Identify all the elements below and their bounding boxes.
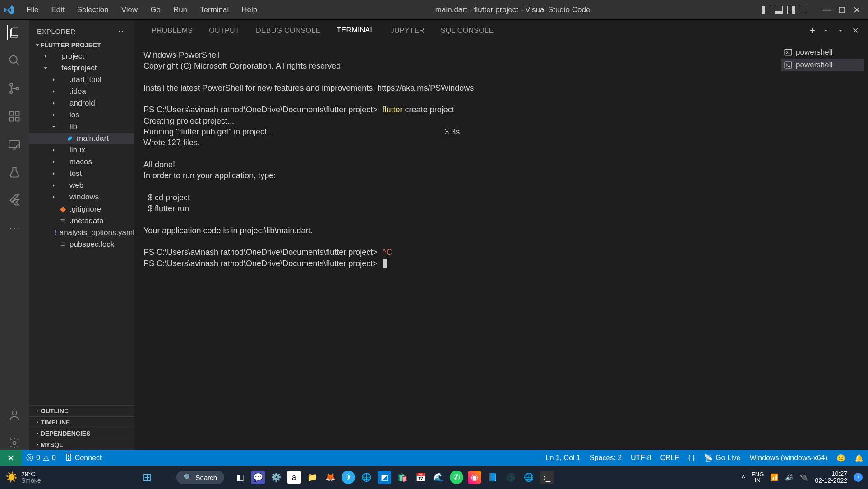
menu-terminal[interactable]: Terminal xyxy=(194,3,235,17)
weather-widget[interactable]: ☀️ 29°C Smoke xyxy=(5,471,41,484)
feedback-icon[interactable]: 🙂 xyxy=(832,454,850,462)
explorer-more-icon[interactable]: ⋯ xyxy=(118,26,127,36)
layout-right-icon[interactable] xyxy=(787,6,795,14)
flutter-icon[interactable] xyxy=(7,193,22,208)
tray-chevron-icon[interactable]: ^ xyxy=(742,474,745,481)
whatsapp-icon[interactable]: ✆ xyxy=(450,471,463,484)
language-indicator[interactable]: ENGIN xyxy=(751,471,764,483)
tab-output[interactable]: OUTPUT xyxy=(201,22,248,39)
terminal[interactable]: Windows PowerShell Copyright (C) Microso… xyxy=(134,42,778,450)
start-icon[interactable]: ⊞ xyxy=(140,471,154,484)
firefox-icon[interactable]: 🦊 xyxy=(323,471,337,484)
search-icon[interactable] xyxy=(7,53,22,68)
menu-go[interactable]: Go xyxy=(144,3,167,17)
layout-grid-icon[interactable] xyxy=(800,6,808,14)
section-mysql[interactable]: MYSQL xyxy=(29,439,134,450)
more-icon[interactable]: ⋯ xyxy=(7,221,22,235)
menu-view[interactable]: View xyxy=(115,3,144,17)
eol[interactable]: CRLF xyxy=(656,454,683,462)
calendar-icon[interactable]: 📅 xyxy=(414,471,427,484)
section-dependencies[interactable]: DEPENDENCIES xyxy=(29,428,134,439)
wifi-icon[interactable]: 📶 xyxy=(770,473,779,481)
amazon-icon[interactable]: a xyxy=(287,471,301,484)
tree-item--metadata[interactable]: ≡.metadata xyxy=(29,215,134,227)
tree-item-main-dart[interactable]: main.dart xyxy=(29,133,134,144)
remote-indicator[interactable] xyxy=(0,450,22,466)
new-terminal-icon[interactable]: + xyxy=(809,25,815,37)
tree-item-windows[interactable]: windows xyxy=(29,191,134,203)
tree-item-web[interactable]: web xyxy=(29,180,134,191)
terminal-icon[interactable]: ›_ xyxy=(540,471,554,484)
connect-button[interactable]: 🗄Connect xyxy=(60,454,106,462)
encoding[interactable]: UTF-8 xyxy=(626,454,656,462)
notifications-icon[interactable]: 🔔 xyxy=(850,454,868,462)
clock[interactable]: 10:2702-12-2022 xyxy=(815,471,847,484)
tab-debug-console[interactable]: DEBUG CONSOLE xyxy=(248,22,329,39)
tree-item-android[interactable]: android xyxy=(29,97,134,109)
eclipse-icon[interactable]: 🌑 xyxy=(504,471,517,484)
tree-item-analysis-options-yaml[interactable]: !analysis_options.yaml xyxy=(29,227,134,239)
errors-count[interactable]: ⓧ0 ⚠0 xyxy=(22,453,60,463)
tab-problems[interactable]: PROBLEMS xyxy=(143,22,201,39)
maximize-icon[interactable] xyxy=(839,7,845,13)
testing-icon[interactable] xyxy=(7,165,22,180)
telegram-icon[interactable]: ✈ xyxy=(342,471,355,484)
close-panel-icon[interactable]: ✕ xyxy=(852,26,859,36)
minimize-icon[interactable]: — xyxy=(822,5,831,15)
menu-help[interactable]: Help xyxy=(235,3,263,17)
volume-icon[interactable]: 🔊 xyxy=(785,473,794,481)
section-timeline[interactable]: TIMELINE xyxy=(29,416,134,428)
app-icon[interactable]: 📘 xyxy=(486,471,499,484)
notification-badge[interactable]: 7 xyxy=(854,473,863,482)
language-mode[interactable]: { } xyxy=(683,454,699,462)
tree-item-testproject[interactable]: testproject xyxy=(29,62,134,74)
battery-icon[interactable]: 🔌 xyxy=(800,473,808,481)
menu-edit[interactable]: Edit xyxy=(45,3,70,17)
source-control-icon[interactable] xyxy=(7,81,22,96)
extensions-icon[interactable] xyxy=(7,109,22,124)
task-view-icon[interactable]: ◧ xyxy=(233,471,247,484)
explorer-icon[interactable] xyxy=(7,25,21,40)
chrome-icon[interactable]: 🌐 xyxy=(360,471,373,484)
terminal-split-dropdown-icon[interactable] xyxy=(823,28,829,33)
tree-item-linux[interactable]: linux xyxy=(29,144,134,156)
menu-run[interactable]: Run xyxy=(167,3,194,17)
menu-selection[interactable]: Selection xyxy=(71,3,115,17)
section-outline[interactable]: OUTLINE xyxy=(29,405,134,416)
store-icon[interactable]: 🛍️ xyxy=(396,471,409,484)
tree-item--dart-tool[interactable]: .dart_tool xyxy=(29,74,134,86)
tree-item-macos[interactable]: macos xyxy=(29,156,134,168)
tree-item-pubspec-lock[interactable]: ≡pubspec.lock xyxy=(29,239,134,250)
go-live[interactable]: 📡Go Live xyxy=(699,454,745,462)
indentation[interactable]: Spaces: 2 xyxy=(585,454,626,462)
edge-icon[interactable]: 🌊 xyxy=(432,471,445,484)
menu-file[interactable]: File xyxy=(20,3,45,17)
settings-icon[interactable]: ⚙️ xyxy=(269,471,283,484)
settings-icon[interactable] xyxy=(7,436,22,450)
chrome2-icon[interactable]: 🌐 xyxy=(522,471,536,484)
tab-sql-console[interactable]: SQL CONSOLE xyxy=(433,22,502,39)
taskbar-search[interactable]: 🔍 Search xyxy=(176,471,225,484)
tree-item-lib[interactable]: lib xyxy=(29,121,134,133)
layout-bottom-icon[interactable] xyxy=(775,6,783,14)
project-root[interactable]: FLUTTER PROJECT xyxy=(29,40,134,51)
tree-item-project[interactable]: project xyxy=(29,51,134,62)
tab-jupyter[interactable]: JUPYTER xyxy=(383,22,433,39)
tree-item--gitignore[interactable]: ◆.gitignore xyxy=(29,203,134,215)
tab-terminal[interactable]: TERMINAL xyxy=(328,22,382,39)
layout-left-icon[interactable] xyxy=(762,6,770,14)
tree-item--idea[interactable]: .idea xyxy=(29,86,134,97)
cursor-position[interactable]: Ln 1, Col 1 xyxy=(541,454,585,462)
account-icon[interactable] xyxy=(7,408,22,422)
instagram-icon[interactable]: ◉ xyxy=(468,471,481,484)
remote-icon[interactable] xyxy=(7,137,22,152)
vscode-icon[interactable]: ◩ xyxy=(378,471,391,484)
file-explorer-icon[interactable]: 📁 xyxy=(305,471,319,484)
chevron-down-icon[interactable] xyxy=(837,27,844,34)
close-icon[interactable]: ✕ xyxy=(853,5,861,15)
flutter-target[interactable]: Windows (windows-x64) xyxy=(745,454,832,462)
tree-item-test[interactable]: test xyxy=(29,168,134,180)
terminal-instance-1[interactable]: powershell xyxy=(781,46,864,59)
terminal-instance-2[interactable]: powershell xyxy=(781,59,864,71)
tree-item-ios[interactable]: ios xyxy=(29,109,134,121)
